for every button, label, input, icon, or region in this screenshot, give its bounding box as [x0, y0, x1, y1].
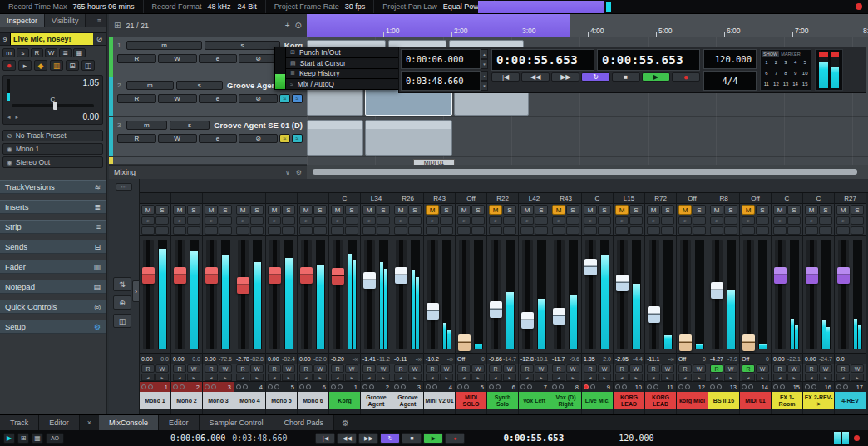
insert-slot-button[interactable]	[408, 226, 422, 235]
routing-button[interactable]	[155, 216, 169, 225]
mute-button[interactable]: M	[362, 205, 376, 215]
read-automation-button[interactable]: R	[647, 364, 660, 373]
marker-2-button[interactable]: 2	[775, 60, 777, 65]
record-arm-indicator[interactable]	[331, 384, 336, 389]
insert-slot-button[interactable]	[598, 226, 611, 235]
pan-slider-thumb[interactable]	[53, 102, 57, 110]
fader-cap[interactable]	[205, 267, 218, 284]
edit-channel-button[interactable]: e	[236, 216, 249, 225]
fader-track[interactable]	[206, 240, 217, 349]
transport-stop-button[interactable]: ■	[612, 72, 640, 82]
mute-button[interactable]: M	[836, 205, 850, 215]
read-automation-button[interactable]: R	[173, 364, 186, 373]
write-automation-button[interactable]: W	[629, 364, 643, 373]
insert-slot-button[interactable]	[851, 226, 864, 235]
mute-button[interactable]: m	[2, 48, 15, 57]
primary-time-display[interactable]: 0:00:06.000	[401, 49, 481, 69]
pan-control[interactable]: R22	[487, 193, 518, 204]
read-automation-button[interactable]: R	[552, 364, 565, 373]
read-automation-button[interactable]: R	[836, 364, 850, 373]
channel-next-icon[interactable]: ▸	[693, 374, 706, 381]
channel-name[interactable]: Mini V2 01	[424, 392, 455, 409]
track-mute-button[interactable]: m	[126, 121, 167, 130]
time-increment-icon[interactable]: ▴	[481, 49, 488, 59]
channel-prev-icon[interactable]: ◂	[426, 374, 439, 381]
bottom-locator-display[interactable]: 0:00:55.653	[503, 433, 564, 444]
monitor-indicator[interactable]	[211, 384, 216, 389]
routing-button[interactable]	[566, 216, 579, 225]
zone-tab-sampler-control[interactable]: Sampler Control	[200, 415, 274, 430]
channel-next-icon[interactable]: ▸	[851, 374, 864, 381]
channel-visibility-icon[interactable]: ⇅	[113, 277, 131, 291]
bottom-primary-time[interactable]: 0:00:06.000	[170, 434, 225, 443]
routing-button[interactable]	[756, 216, 769, 225]
routing-button[interactable]	[661, 216, 674, 225]
write-automation-button[interactable]: W	[219, 364, 232, 373]
fader-cap[interactable]	[679, 334, 692, 351]
channel-name[interactable]: Groove Agent	[361, 392, 392, 409]
read-automation-button[interactable]: R	[331, 364, 344, 373]
pan-control[interactable]: R43	[550, 193, 581, 204]
channel-next-icon[interactable]: ▸	[535, 374, 548, 381]
write-automation-button[interactable]: W	[566, 364, 579, 373]
insert-slot-button[interactable]	[773, 226, 787, 235]
rack-settings-icon[interactable]: ⋯	[116, 183, 132, 191]
bottom-tempo-display[interactable]: 120.000	[619, 434, 653, 443]
channel-prev-icon[interactable]: ◂	[268, 374, 281, 381]
solo-button[interactable]: S	[408, 205, 422, 215]
time-decrement-icon[interactable]: ▾	[481, 59, 488, 69]
channel-next-icon[interactable]: ▸	[155, 374, 169, 381]
fader-cap[interactable]	[837, 267, 850, 284]
fader-track[interactable]	[269, 240, 280, 349]
insert-slot-button[interactable]	[282, 226, 295, 235]
solo-button[interactable]: S	[598, 205, 611, 215]
channel-next-icon[interactable]: ▸	[219, 374, 232, 381]
monitor-indicator[interactable]	[432, 384, 437, 389]
channel-next-icon[interactable]: ▸	[408, 374, 422, 381]
record-arm-indicator[interactable]	[647, 384, 652, 389]
pan-control[interactable]: R26	[392, 193, 423, 204]
read-automation-button[interactable]: R	[805, 364, 818, 373]
edit-channel-button[interactable]: e	[520, 216, 534, 225]
track-bypass-icon[interactable]: ⊘	[239, 134, 278, 143]
insert-slot-button[interactable]	[566, 226, 579, 235]
write-automation-button[interactable]: W	[724, 364, 737, 373]
insert-slot-button[interactable]	[345, 226, 358, 235]
solo-button[interactable]: S	[471, 205, 485, 215]
routing-button[interactable]	[787, 216, 801, 225]
marker-7-button[interactable]: 7	[775, 71, 777, 76]
insert-slot-button[interactable]	[661, 226, 674, 235]
mute-button[interactable]: M	[141, 205, 155, 215]
insert-slot-button[interactable]	[710, 226, 723, 235]
marker-8-button[interactable]: 8	[784, 71, 787, 76]
channel-name[interactable]: Mono 1	[140, 392, 170, 409]
edit-channel-button[interactable]: e	[773, 216, 787, 225]
edit-channel-button[interactable]: e	[489, 216, 502, 225]
pan-control[interactable]	[234, 193, 265, 204]
channel-name[interactable]: Korg	[329, 392, 360, 409]
routing-button[interactable]	[693, 216, 706, 225]
channel-next-icon[interactable]: ▸	[282, 374, 295, 381]
write-automation-button[interactable]: W	[503, 364, 516, 373]
channel-name[interactable]: Vox Left	[519, 392, 550, 409]
fader-cap[interactable]	[395, 267, 407, 284]
routing-button[interactable]	[345, 216, 358, 225]
insert-slot-button[interactable]	[552, 226, 565, 235]
fader-cap[interactable]	[300, 267, 313, 284]
mute-button[interactable]: M	[773, 205, 787, 215]
channel-prev-icon[interactable]: ◂	[457, 374, 471, 381]
channel-next-icon[interactable]: ▸	[187, 374, 200, 381]
fader-track[interactable]	[459, 240, 470, 349]
secondary-time-display[interactable]: 0:03:48.660	[401, 71, 481, 91]
write-automation-button[interactable]: W	[819, 364, 832, 373]
routing-button[interactable]	[471, 216, 485, 225]
fader-cap[interactable]	[742, 334, 755, 351]
fader-track[interactable]	[175, 240, 185, 349]
solo-button[interactable]: S	[282, 205, 295, 215]
channel-next-icon[interactable]: ▸	[598, 374, 611, 381]
menu-item-punch-in-out[interactable]: ⊞Punch In/Out	[286, 47, 398, 58]
left-tab-editor[interactable]: Editor	[39, 415, 80, 430]
pan-control[interactable]: L42	[519, 193, 550, 204]
routing-button[interactable]	[598, 216, 611, 225]
channel-next-icon[interactable]: ▸	[313, 374, 327, 381]
